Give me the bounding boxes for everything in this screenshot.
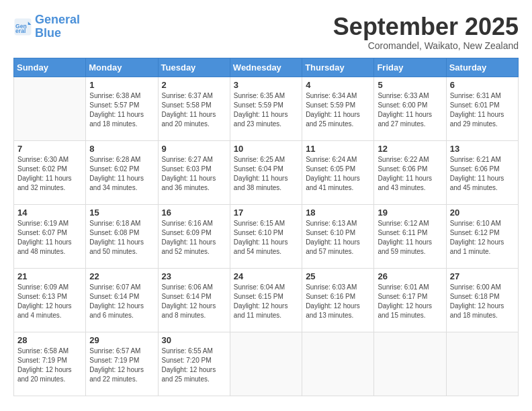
day-number: 14	[17, 208, 82, 218]
header-wednesday: Wednesday	[230, 58, 302, 77]
cell-info: Sunrise: 6:30 AMSunset: 6:02 PMDaylight:…	[17, 155, 82, 193]
cell-info: Sunrise: 6:03 AMSunset: 6:16 PMDaylight:…	[306, 283, 370, 320]
calendar-header-row: SundayMondayTuesdayWednesdayThursdayFrid…	[14, 58, 519, 77]
day-number: 27	[450, 271, 515, 281]
calendar-cell: 22Sunrise: 6:07 AMSunset: 6:14 PMDayligh…	[86, 268, 158, 332]
cell-info: Sunrise: 6:07 AMSunset: 6:14 PMDaylight:…	[89, 283, 154, 320]
week-row-1: 7Sunrise: 6:30 AMSunset: 6:02 PMDaylight…	[14, 140, 519, 204]
calendar-cell: 11Sunrise: 6:24 AMSunset: 6:05 PMDayligh…	[302, 140, 374, 204]
logo: Gen eral General Blue	[13, 13, 80, 40]
calendar-cell: 4Sunrise: 6:34 AMSunset: 5:59 PMDaylight…	[302, 77, 374, 140]
cell-info: Sunrise: 6:13 AMSunset: 6:10 PMDaylight:…	[306, 219, 370, 257]
day-number: 13	[450, 144, 515, 154]
day-number: 6	[450, 80, 515, 90]
day-number: 2	[162, 80, 226, 90]
logo-line1: General	[35, 13, 80, 26]
month-title: September 2025	[333, 13, 519, 40]
calendar-cell: 13Sunrise: 6:21 AMSunset: 6:06 PMDayligh…	[446, 140, 518, 204]
header-saturday: Saturday	[446, 58, 518, 77]
day-number: 26	[378, 271, 442, 281]
calendar-cell: 7Sunrise: 6:30 AMSunset: 6:02 PMDaylight…	[14, 140, 86, 204]
calendar-cell	[230, 332, 302, 396]
calendar-cell	[14, 77, 86, 140]
day-number: 23	[162, 271, 226, 281]
cell-info: Sunrise: 6:57 AMSunset: 7:19 PMDaylight:…	[89, 347, 154, 384]
cell-info: Sunrise: 6:15 AMSunset: 6:10 PMDaylight:…	[234, 219, 298, 257]
day-number: 5	[378, 80, 442, 90]
calendar-cell: 28Sunrise: 6:58 AMSunset: 7:19 PMDayligh…	[14, 332, 86, 396]
cell-info: Sunrise: 6:35 AMSunset: 5:59 PMDaylight:…	[234, 91, 298, 129]
cell-info: Sunrise: 6:19 AMSunset: 6:07 PMDaylight:…	[17, 219, 82, 257]
day-number: 24	[234, 271, 298, 281]
cell-info: Sunrise: 6:33 AMSunset: 6:00 PMDaylight:…	[378, 91, 442, 129]
day-number: 28	[17, 335, 82, 345]
logo-icon: Gen eral	[13, 17, 32, 36]
week-row-4: 28Sunrise: 6:58 AMSunset: 7:19 PMDayligh…	[14, 332, 519, 396]
calendar-cell: 30Sunrise: 6:55 AMSunset: 7:20 PMDayligh…	[158, 332, 230, 396]
svg-text:eral: eral	[15, 28, 26, 34]
header-monday: Monday	[86, 58, 158, 77]
cell-info: Sunrise: 6:06 AMSunset: 6:14 PMDaylight:…	[162, 283, 226, 320]
week-row-2: 14Sunrise: 6:19 AMSunset: 6:07 PMDayligh…	[14, 204, 519, 268]
day-number: 11	[306, 144, 370, 154]
day-number: 3	[234, 80, 298, 90]
day-number: 15	[89, 208, 154, 218]
calendar-cell: 24Sunrise: 6:04 AMSunset: 6:15 PMDayligh…	[230, 268, 302, 332]
calendar-cell: 23Sunrise: 6:06 AMSunset: 6:14 PMDayligh…	[158, 268, 230, 332]
cell-info: Sunrise: 6:55 AMSunset: 7:20 PMDaylight:…	[162, 347, 226, 384]
calendar-table: SundayMondayTuesdayWednesdayThursdayFrid…	[13, 58, 519, 396]
calendar-cell	[374, 332, 446, 396]
day-number: 21	[17, 271, 82, 281]
day-number: 10	[234, 144, 298, 154]
calendar-cell: 6Sunrise: 6:31 AMSunset: 6:01 PMDaylight…	[446, 77, 518, 140]
calendar-cell: 21Sunrise: 6:09 AMSunset: 6:13 PMDayligh…	[14, 268, 86, 332]
calendar-cell: 16Sunrise: 6:16 AMSunset: 6:09 PMDayligh…	[158, 204, 230, 268]
cell-info: Sunrise: 6:25 AMSunset: 6:04 PMDaylight:…	[234, 155, 298, 193]
cell-info: Sunrise: 6:28 AMSunset: 6:02 PMDaylight:…	[89, 155, 154, 193]
day-number: 1	[89, 80, 154, 90]
day-number: 30	[162, 335, 226, 345]
cell-info: Sunrise: 6:21 AMSunset: 6:06 PMDaylight:…	[450, 155, 515, 193]
header-thursday: Thursday	[302, 58, 374, 77]
cell-info: Sunrise: 6:38 AMSunset: 5:57 PMDaylight:…	[89, 91, 154, 129]
location: Coromandel, Waikato, New Zealand	[333, 40, 519, 51]
logo-text: General Blue	[35, 13, 80, 40]
header-friday: Friday	[374, 58, 446, 77]
cell-info: Sunrise: 6:22 AMSunset: 6:06 PMDaylight:…	[378, 155, 442, 193]
day-number: 22	[89, 271, 154, 281]
cell-info: Sunrise: 6:01 AMSunset: 6:17 PMDaylight:…	[378, 283, 442, 320]
day-number: 16	[162, 208, 226, 218]
day-number: 7	[17, 144, 82, 154]
calendar-cell: 10Sunrise: 6:25 AMSunset: 6:04 PMDayligh…	[230, 140, 302, 204]
day-number: 29	[89, 335, 154, 345]
cell-info: Sunrise: 6:04 AMSunset: 6:15 PMDaylight:…	[234, 283, 298, 320]
calendar-cell: 12Sunrise: 6:22 AMSunset: 6:06 PMDayligh…	[374, 140, 446, 204]
day-number: 20	[450, 208, 515, 218]
header: Gen eral General Blue September 2025 Cor…	[13, 13, 519, 51]
calendar-cell: 5Sunrise: 6:33 AMSunset: 6:00 PMDaylight…	[374, 77, 446, 140]
calendar-cell: 15Sunrise: 6:18 AMSunset: 6:08 PMDayligh…	[86, 204, 158, 268]
day-number: 8	[89, 144, 154, 154]
cell-info: Sunrise: 6:24 AMSunset: 6:05 PMDaylight:…	[306, 155, 370, 193]
cell-info: Sunrise: 6:34 AMSunset: 5:59 PMDaylight:…	[306, 91, 370, 129]
cell-info: Sunrise: 6:58 AMSunset: 7:19 PMDaylight:…	[17, 347, 82, 384]
calendar-cell: 14Sunrise: 6:19 AMSunset: 6:07 PMDayligh…	[14, 204, 86, 268]
calendar-cell: 8Sunrise: 6:28 AMSunset: 6:02 PMDaylight…	[86, 140, 158, 204]
cell-info: Sunrise: 6:12 AMSunset: 6:11 PMDaylight:…	[378, 219, 442, 257]
cell-info: Sunrise: 6:10 AMSunset: 6:12 PMDaylight:…	[450, 219, 515, 257]
cell-info: Sunrise: 6:09 AMSunset: 6:13 PMDaylight:…	[17, 283, 82, 320]
calendar-cell	[302, 332, 374, 396]
cell-info: Sunrise: 6:00 AMSunset: 6:18 PMDaylight:…	[450, 283, 515, 320]
title-area: September 2025 Coromandel, Waikato, New …	[333, 13, 519, 51]
day-number: 18	[306, 208, 370, 218]
logo-line2: Blue	[35, 26, 61, 40]
cell-info: Sunrise: 6:18 AMSunset: 6:08 PMDaylight:…	[89, 219, 154, 257]
week-row-0: 1Sunrise: 6:38 AMSunset: 5:57 PMDaylight…	[14, 77, 519, 140]
day-number: 17	[234, 208, 298, 218]
week-row-3: 21Sunrise: 6:09 AMSunset: 6:13 PMDayligh…	[14, 268, 519, 332]
calendar-cell: 17Sunrise: 6:15 AMSunset: 6:10 PMDayligh…	[230, 204, 302, 268]
calendar-cell: 9Sunrise: 6:27 AMSunset: 6:03 PMDaylight…	[158, 140, 230, 204]
calendar-cell: 26Sunrise: 6:01 AMSunset: 6:17 PMDayligh…	[374, 268, 446, 332]
cell-info: Sunrise: 6:27 AMSunset: 6:03 PMDaylight:…	[162, 155, 226, 193]
day-number: 19	[378, 208, 442, 218]
